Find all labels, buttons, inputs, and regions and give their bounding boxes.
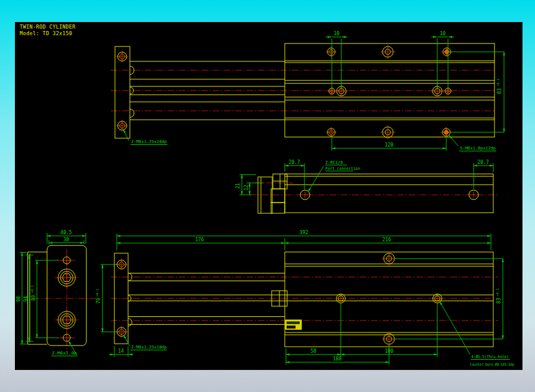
dim-21: 21 [235, 183, 241, 189]
note-counter-bore: Counter bore Ø9.5X5.5dp [470, 362, 514, 367]
dim-14: 14 [118, 349, 124, 354]
svg-text:70: 70 [96, 298, 101, 304]
dim-392: 392 [300, 230, 309, 235]
hole [382, 251, 396, 266]
title-block: TWIN-ROD CYLINDER Model: TD 32x150 [20, 24, 76, 36]
counterbore-hole [433, 294, 442, 303]
dim-98: 98 [16, 296, 21, 302]
drawing-canvas: TWIN-ROD CYLINDER Model: TD 32x150 [15, 22, 522, 370]
svg-text:83: 83 [496, 298, 502, 304]
dim-80: 80 +0.1 [30, 285, 36, 301]
dim-100: 100 [385, 349, 394, 354]
svg-text:80: 80 [31, 295, 36, 301]
svg-text:+0.1: +0.1 [496, 79, 500, 86]
dim-38: 38 [63, 237, 69, 242]
svg-text:21: 21 [235, 183, 241, 189]
side-view-dimensions: 20.7 2-RC1/8 Port connection 20.7 21 [235, 160, 493, 195]
cylinder-body-side [285, 174, 493, 213]
dim-207-right: 20.7 [477, 160, 489, 165]
svg-text:+0.1: +0.1 [95, 289, 99, 297]
dim-207-left: 20.7 [288, 160, 300, 165]
hole [116, 259, 127, 270]
hole [62, 333, 71, 343]
hole [441, 46, 452, 57]
front-view-geometry [114, 251, 493, 347]
note-end-threads-top: 2-M8x1.25x10dp [131, 139, 167, 144]
hole [116, 51, 128, 63]
drawing-model: Model: TD 32x150 [20, 30, 72, 36]
hole [382, 332, 396, 346]
plate-view-dimensions: 40.5 38 98 94 [16, 230, 86, 356]
note-port-connection: Port connection [325, 166, 360, 171]
dim-108: 108 [333, 356, 342, 362]
dim-10-left: 10 [334, 31, 340, 36]
drawing-title: TWIN-ROD CYLINDER [20, 24, 76, 30]
note-plate-threads: 2-M6x1.0p [52, 351, 77, 356]
svg-text:98: 98 [16, 296, 21, 302]
rod-bore [57, 267, 77, 288]
dim-176: 176 [195, 237, 204, 242]
dim-94: 94 [23, 296, 29, 302]
hole [116, 326, 127, 338]
svg-text:+0.1: +0.1 [496, 288, 499, 296]
hole [381, 45, 395, 59]
hole [62, 256, 71, 265]
dim-10-right: 10 [440, 31, 446, 36]
svg-text:83: 83 [497, 88, 502, 94]
cad-viewer-window: TWIN-ROD CYLINDER Model: TD 32x150 [0, 0, 535, 392]
note-thru-hole: 4-Ø5.5(Thru-hole) [471, 354, 509, 359]
svg-text:12: 12 [244, 185, 249, 191]
dim-405: 40.5 [60, 230, 71, 235]
dim-12: 12 [244, 185, 249, 191]
nameplate [285, 320, 301, 329]
dim-70: 70 +0.1 [95, 289, 101, 304]
hole [116, 120, 128, 132]
dim-83-front: 83 +0.1 [496, 288, 502, 304]
dim-83-top: 83 +0.1 [496, 79, 502, 94]
drawing-svg: TWIN-ROD CYLINDER Model: TD 32x150 [15, 22, 522, 370]
end-plate-top-geometry [115, 46, 134, 138]
dim-58: 58 [310, 349, 316, 354]
rod-bore [57, 310, 77, 330]
top-view-geometry [130, 43, 494, 139]
side-view-geometry [258, 174, 493, 213]
svg-text:+0.1: +0.1 [30, 285, 34, 293]
counterbore-hole [337, 294, 346, 303]
hole [326, 46, 337, 57]
hole [326, 127, 337, 138]
note-side-threads: 5-M6x1.0px12dp [460, 146, 496, 151]
svg-text:94: 94 [23, 296, 29, 302]
dim-120: 120 [385, 142, 394, 148]
dim-216: 216 [382, 237, 391, 242]
note-end-threads-front: 2-M8x1.25x10dp [131, 345, 167, 350]
note-port-type: 2-RC1/8 [325, 160, 343, 165]
